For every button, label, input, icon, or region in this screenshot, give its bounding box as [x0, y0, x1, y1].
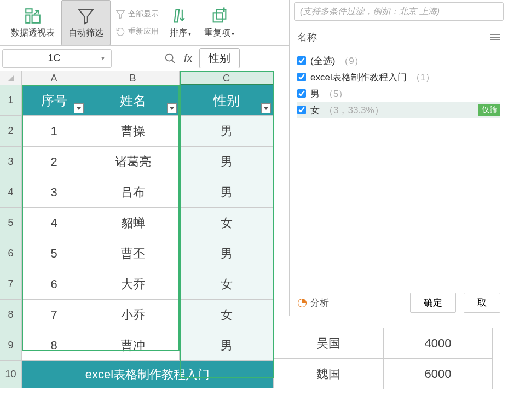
row-header[interactable]: 4 [0, 177, 22, 208]
cell[interactable]: 5 [22, 238, 86, 269]
column-header-a[interactable]: A [22, 71, 86, 85]
cell[interactable]: 女 [180, 269, 274, 300]
option-label: excel表格制作教程入门 [310, 71, 407, 84]
pivot-table-button[interactable]: 数据透视表 [4, 0, 61, 45]
filter-options-list: (全选)（9）excel表格制作教程入门（1）男（5）女（3，33.3%）仅筛 [290, 48, 508, 122]
funnel-icon [77, 7, 95, 25]
column-header-b[interactable]: B [86, 71, 180, 85]
footer-cell[interactable]: excel表格制作教程入门 [22, 361, 274, 388]
table-row: 吴国 4000 [274, 328, 493, 359]
filter-option[interactable]: 女（3，33.3%）仅筛 [297, 102, 500, 118]
header-cell[interactable]: 序号 [22, 85, 86, 116]
checkbox[interactable] [297, 73, 306, 81]
show-all-button[interactable]: 全部显示 [115, 5, 159, 23]
checkbox[interactable] [297, 106, 306, 114]
cell[interactable]: 7 [22, 300, 86, 330]
cell[interactable]: 男 [180, 147, 274, 177]
svg-rect-1 [26, 15, 30, 23]
filter-option[interactable]: 男（5） [297, 85, 500, 102]
cell[interactable]: 3 [22, 177, 86, 208]
funnel-show-icon [115, 9, 126, 20]
option-count: （1） [411, 71, 435, 84]
cell[interactable]: 魏国 [274, 359, 383, 389]
only-filter-button[interactable]: 仅筛 [478, 104, 500, 116]
column-header-c[interactable]: C [180, 71, 274, 85]
cell[interactable]: 貂蝉 [86, 208, 180, 238]
autofilter-button[interactable]: 自动筛选 [61, 0, 111, 45]
pivot-icon [24, 7, 42, 25]
filter-search-input[interactable]: (支持多条件过滤，例如：北京 上海) [294, 2, 504, 21]
row-header[interactable]: 3 [0, 147, 22, 177]
duplicates-icon: + [210, 7, 229, 25]
option-count: （5） [324, 88, 348, 100]
row-header[interactable]: 7 [0, 269, 22, 300]
reapply-button[interactable]: 重新应用 [115, 23, 159, 40]
filter-dropdown-button[interactable] [167, 103, 177, 113]
cancel-button[interactable]: 取 [464, 293, 500, 313]
analysis-link[interactable]: 分析 [297, 296, 329, 309]
checkbox[interactable] [297, 89, 306, 98]
row-header[interactable]: 2 [0, 116, 22, 147]
cell[interactable]: 诸葛亮 [86, 147, 180, 177]
filter-sub-group: 全部显示 重新应用 [111, 0, 163, 45]
duplicates-button[interactable]: + 重复项▾ [198, 0, 241, 45]
cell[interactable]: 男 [180, 116, 274, 147]
header-cell[interactable]: 性别 [180, 85, 274, 116]
sort-icon [171, 7, 190, 25]
panel-footer: 分析 确定 取 [290, 289, 508, 316]
cell[interactable]: 小乔 [86, 300, 180, 330]
row-header[interactable]: 5 [0, 208, 22, 238]
formula-input[interactable]: 性别 [199, 48, 240, 68]
table-row: 魏国 6000 [274, 359, 493, 389]
cell[interactable]: 男 [180, 330, 274, 361]
row-header[interactable]: 9 [0, 330, 22, 361]
cell[interactable]: 曹冲 [86, 330, 180, 361]
option-label: 男 [310, 88, 320, 100]
cell[interactable]: 1 [22, 116, 86, 147]
option-label: (全选) [310, 55, 335, 67]
svg-text:+: + [222, 7, 226, 14]
reapply-icon [115, 26, 126, 37]
sort-button[interactable]: 排序▾ [163, 0, 198, 45]
cell[interactable]: 曹丕 [86, 238, 180, 269]
row-header[interactable]: 8 [0, 300, 22, 330]
option-label: 女 [310, 104, 320, 116]
cell[interactable]: 大乔 [86, 269, 180, 300]
fx-icon[interactable]: fx [184, 52, 193, 65]
row-header[interactable]: 1 [0, 85, 22, 116]
select-all-corner[interactable] [0, 71, 22, 85]
cell[interactable]: 男 [180, 238, 274, 269]
search-icon[interactable] [164, 52, 176, 65]
row-header[interactable]: 6 [0, 238, 22, 269]
svg-rect-0 [26, 9, 32, 13]
svg-point-6 [166, 54, 173, 61]
filter-option[interactable]: (全选)（9） [297, 52, 500, 69]
cell[interactable]: 女 [180, 208, 274, 238]
filter-option[interactable]: excel表格制作教程入门（1） [297, 69, 500, 85]
filter-dropdown-button[interactable] [74, 103, 84, 113]
cell[interactable]: 吴国 [274, 328, 383, 359]
cell[interactable]: 4 [22, 208, 86, 238]
cell[interactable]: 吕布 [86, 177, 180, 208]
checkbox[interactable] [297, 56, 306, 65]
header-cell[interactable]: 姓名 [86, 85, 180, 116]
cell[interactable]: 女 [180, 300, 274, 330]
option-count: （9） [339, 55, 363, 67]
cell[interactable]: 男 [180, 177, 274, 208]
cell[interactable]: 曹操 [86, 116, 180, 147]
filter-dropdown-button[interactable] [261, 103, 271, 113]
pie-chart-icon [297, 298, 307, 308]
cell[interactable]: 6 [22, 269, 86, 300]
options-menu-icon[interactable] [490, 34, 500, 40]
svg-rect-3 [213, 13, 222, 22]
name-box[interactable]: 1C ▼ [2, 49, 112, 68]
ok-button[interactable]: 确定 [410, 293, 456, 313]
panel-header: 名称 [290, 26, 508, 48]
chevron-down-icon: ▼ [100, 55, 106, 61]
row-header[interactable]: 10 [0, 361, 22, 388]
cell[interactable]: 2 [22, 147, 86, 177]
cell[interactable]: 4000 [383, 328, 493, 359]
cell[interactable]: 8 [22, 330, 86, 361]
cell[interactable]: 6000 [383, 359, 493, 389]
svg-rect-2 [32, 15, 40, 23]
